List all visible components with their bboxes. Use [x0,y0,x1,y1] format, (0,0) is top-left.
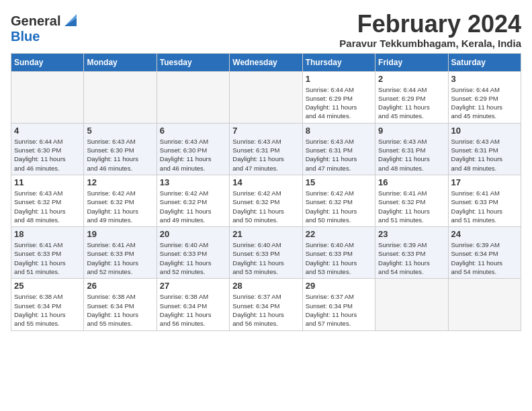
calendar-cell: 4Sunrise: 6:44 AM Sunset: 6:30 PM Daylig… [11,123,84,175]
day-number: 23 [378,229,445,239]
calendar-cell: 14Sunrise: 6:42 AM Sunset: 6:32 PM Dayli… [230,175,302,226]
calendar-header-monday: Monday [84,53,157,71]
day-number: 6 [160,126,226,136]
month-title: February 2024 [339,11,521,38]
calendar-cell: 24Sunrise: 6:39 AM Sunset: 6:34 PM Dayli… [448,227,521,279]
day-number: 7 [232,126,299,136]
logo: General Blue [11,13,77,44]
day-info: Sunrise: 6:43 AM Sunset: 6:31 PM Dayligh… [378,137,445,173]
calendar-header-row: SundayMondayTuesdayWednesdayThursdayFrid… [11,53,521,71]
day-info: Sunrise: 6:43 AM Sunset: 6:31 PM Dayligh… [232,137,299,173]
day-number: 8 [306,126,372,136]
calendar-cell [448,279,521,330]
calendar-cell: 9Sunrise: 6:43 AM Sunset: 6:31 PM Daylig… [375,123,448,175]
day-number: 27 [160,281,226,291]
calendar-cell: 28Sunrise: 6:37 AM Sunset: 6:34 PM Dayli… [230,279,302,330]
day-number: 5 [87,126,153,136]
day-info: Sunrise: 6:40 AM Sunset: 6:33 PM Dayligh… [160,240,226,276]
calendar-cell: 3Sunrise: 6:44 AM Sunset: 6:29 PM Daylig… [448,71,521,123]
calendar-cell: 2Sunrise: 6:44 AM Sunset: 6:29 PM Daylig… [375,71,448,123]
calendar-cell [84,71,157,123]
day-info: Sunrise: 6:43 AM Sunset: 6:32 PM Dayligh… [14,189,81,224]
day-info: Sunrise: 6:39 AM Sunset: 6:34 PM Dayligh… [451,240,518,276]
calendar-cell: 15Sunrise: 6:42 AM Sunset: 6:32 PM Dayli… [302,175,375,226]
header: General Blue February 2024 Paravur Tekku… [11,11,521,49]
day-number: 20 [160,229,226,239]
calendar-week-row-5: 25Sunrise: 6:38 AM Sunset: 6:34 PM Dayli… [11,279,521,330]
calendar-week-row-3: 11Sunrise: 6:43 AM Sunset: 6:32 PM Dayli… [11,175,521,226]
day-number: 4 [14,126,81,136]
calendar-header-friday: Friday [375,53,448,71]
day-number: 24 [451,229,518,239]
calendar-cell: 11Sunrise: 6:43 AM Sunset: 6:32 PM Dayli… [11,175,84,226]
day-info: Sunrise: 6:42 AM Sunset: 6:32 PM Dayligh… [306,189,372,224]
day-number: 19 [87,229,153,239]
day-info: Sunrise: 6:42 AM Sunset: 6:32 PM Dayligh… [87,189,153,224]
day-number: 3 [451,74,518,84]
day-info: Sunrise: 6:38 AM Sunset: 6:34 PM Dayligh… [87,292,153,328]
calendar-cell [230,71,302,123]
day-info: Sunrise: 6:38 AM Sunset: 6:34 PM Dayligh… [14,292,81,328]
title-area: February 2024 Paravur Tekkumbhagam, Kera… [339,11,521,49]
day-info: Sunrise: 6:38 AM Sunset: 6:34 PM Dayligh… [160,292,226,328]
calendar-cell: 17Sunrise: 6:41 AM Sunset: 6:33 PM Dayli… [448,175,521,226]
calendar-table: SundayMondayTuesdayWednesdayThursdayFrid… [11,53,521,331]
calendar-cell: 7Sunrise: 6:43 AM Sunset: 6:31 PM Daylig… [230,123,302,175]
calendar-cell: 18Sunrise: 6:41 AM Sunset: 6:33 PM Dayli… [11,227,84,279]
day-number: 10 [451,126,518,136]
day-number: 18 [14,229,81,239]
day-number: 21 [232,229,299,239]
day-info: Sunrise: 6:39 AM Sunset: 6:33 PM Dayligh… [378,240,445,276]
day-number: 11 [14,177,81,187]
calendar-cell [375,279,448,330]
calendar-cell: 12Sunrise: 6:42 AM Sunset: 6:32 PM Dayli… [84,175,157,226]
location-subtitle: Paravur Tekkumbhagam, Kerala, India [339,38,521,49]
day-number: 28 [232,281,299,291]
logo-icon [62,14,77,26]
day-number: 29 [306,281,372,291]
calendar-header-saturday: Saturday [448,53,521,71]
day-number: 12 [87,177,153,187]
calendar-week-row-2: 4Sunrise: 6:44 AM Sunset: 6:30 PM Daylig… [11,123,521,175]
day-info: Sunrise: 6:42 AM Sunset: 6:32 PM Dayligh… [160,189,226,224]
calendar-cell: 10Sunrise: 6:43 AM Sunset: 6:31 PM Dayli… [448,123,521,175]
day-number: 16 [378,177,445,187]
day-number: 9 [378,126,445,136]
day-info: Sunrise: 6:40 AM Sunset: 6:33 PM Dayligh… [306,240,372,276]
calendar-cell: 27Sunrise: 6:38 AM Sunset: 6:34 PM Dayli… [157,279,229,330]
day-number: 17 [451,177,518,187]
day-number: 1 [306,74,372,84]
calendar-week-row-4: 18Sunrise: 6:41 AM Sunset: 6:33 PM Dayli… [11,227,521,279]
day-number: 13 [160,177,226,187]
day-number: 26 [87,281,153,291]
day-info: Sunrise: 6:37 AM Sunset: 6:34 PM Dayligh… [232,292,299,328]
calendar-cell: 8Sunrise: 6:43 AM Sunset: 6:31 PM Daylig… [302,123,375,175]
day-info: Sunrise: 6:41 AM Sunset: 6:32 PM Dayligh… [378,189,445,224]
calendar-cell: 5Sunrise: 6:43 AM Sunset: 6:30 PM Daylig… [84,123,157,175]
day-info: Sunrise: 6:43 AM Sunset: 6:30 PM Dayligh… [87,137,153,173]
day-info: Sunrise: 6:43 AM Sunset: 6:31 PM Dayligh… [451,137,518,173]
day-info: Sunrise: 6:44 AM Sunset: 6:29 PM Dayligh… [306,85,372,121]
calendar-cell [157,71,229,123]
day-info: Sunrise: 6:44 AM Sunset: 6:29 PM Dayligh… [378,85,445,121]
day-number: 2 [378,74,445,84]
calendar-cell: 29Sunrise: 6:37 AM Sunset: 6:34 PM Dayli… [302,279,375,330]
calendar-cell: 16Sunrise: 6:41 AM Sunset: 6:32 PM Dayli… [375,175,448,226]
day-info: Sunrise: 6:44 AM Sunset: 6:30 PM Dayligh… [14,137,81,173]
calendar-cell: 1Sunrise: 6:44 AM Sunset: 6:29 PM Daylig… [302,71,375,123]
calendar-cell: 19Sunrise: 6:41 AM Sunset: 6:33 PM Dayli… [84,227,157,279]
logo-blue-text: Blue [11,29,40,44]
calendar-cell: 23Sunrise: 6:39 AM Sunset: 6:33 PM Dayli… [375,227,448,279]
calendar-header-thursday: Thursday [302,53,375,71]
calendar-week-row-1: 1Sunrise: 6:44 AM Sunset: 6:29 PM Daylig… [11,71,521,123]
day-info: Sunrise: 6:42 AM Sunset: 6:32 PM Dayligh… [232,189,299,224]
day-info: Sunrise: 6:41 AM Sunset: 6:33 PM Dayligh… [451,189,518,224]
calendar-cell: 26Sunrise: 6:38 AM Sunset: 6:34 PM Dayli… [84,279,157,330]
day-info: Sunrise: 6:41 AM Sunset: 6:33 PM Dayligh… [87,240,153,276]
calendar-cell [11,71,84,123]
day-info: Sunrise: 6:43 AM Sunset: 6:30 PM Dayligh… [160,137,226,173]
logo-general-text: General [11,13,60,29]
day-info: Sunrise: 6:40 AM Sunset: 6:33 PM Dayligh… [232,240,299,276]
calendar-cell: 21Sunrise: 6:40 AM Sunset: 6:33 PM Dayli… [230,227,302,279]
day-info: Sunrise: 6:43 AM Sunset: 6:31 PM Dayligh… [306,137,372,173]
